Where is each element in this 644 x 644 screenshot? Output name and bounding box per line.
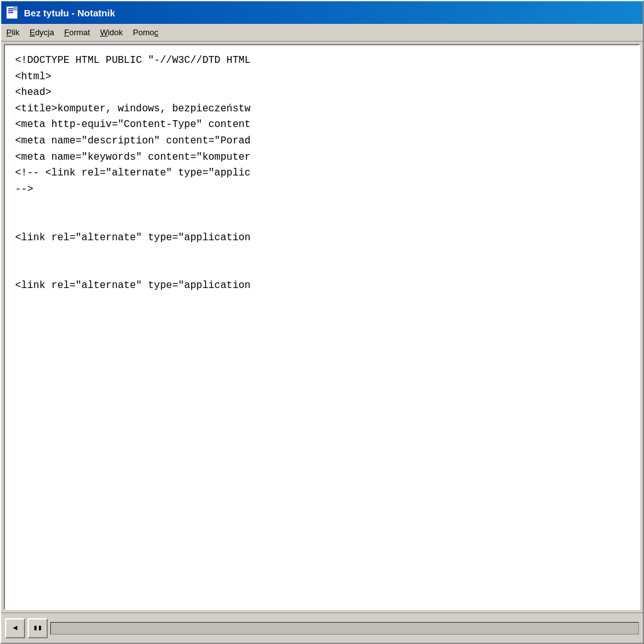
menu-plik[interactable]: Plik	[1, 26, 25, 38]
scroll-left-icon: ◄	[13, 624, 17, 633]
title-bar: Bez tytułu - Notatnik	[1, 1, 643, 24]
editor-text[interactable]: <!DOCTYPE HTML PUBLIC "-//W3C//DTD HTML …	[5, 45, 639, 609]
editor-area: <!DOCTYPE HTML PUBLIC "-//W3C//DTD HTML …	[4, 44, 640, 610]
scroll-right-icon: ▮▮	[33, 623, 42, 633]
horizontal-scrollbar: ◄ ▮▮	[1, 613, 643, 643]
menu-edycja[interactable]: Edycja	[25, 26, 59, 38]
window-title: Bez tytułu - Notatnik	[24, 8, 115, 18]
menu-format[interactable]: Format	[59, 26, 95, 38]
scroll-left-button[interactable]: ◄	[5, 618, 25, 638]
menu-bar: Plik Edycja Format Widok Pomoc	[1, 24, 643, 42]
menu-pomoc[interactable]: Pomoc	[128, 26, 163, 38]
notepad-window: Bez tytułu - Notatnik Plik Edycja Format…	[0, 0, 644, 644]
menu-widok[interactable]: Widok	[95, 26, 128, 38]
app-icon	[6, 6, 18, 19]
scroll-right-button[interactable]: ▮▮	[28, 618, 48, 638]
scroll-track[interactable]	[50, 622, 639, 635]
